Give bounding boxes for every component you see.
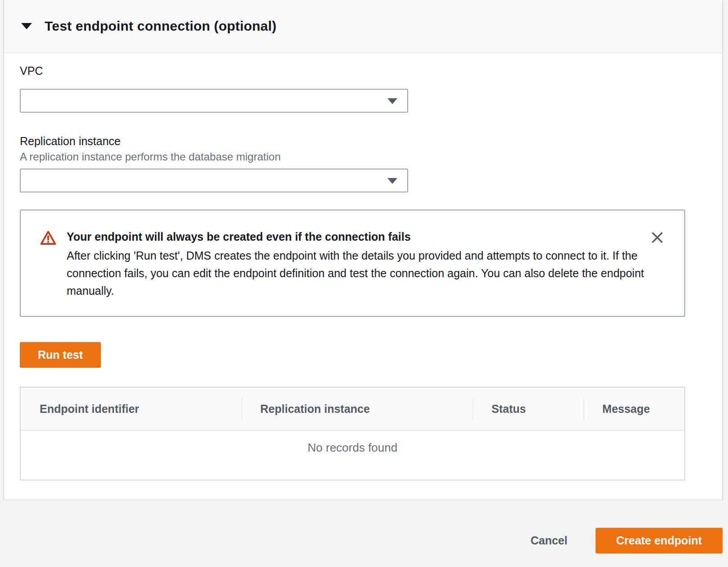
cancel-button[interactable]: Cancel xyxy=(531,534,568,547)
collapse-triangle-icon xyxy=(21,23,32,29)
replication-instance-select[interactable] xyxy=(20,169,408,192)
run-test-button[interactable]: Run test xyxy=(20,342,101,368)
warning-alert: Your endpoint will always be created eve… xyxy=(20,210,685,317)
warning-alert-content: Your endpoint will always be created eve… xyxy=(67,229,655,300)
column-header-replication-instance: Replication instance xyxy=(241,402,473,416)
table-empty-state: No records found xyxy=(21,431,684,480)
chevron-down-icon xyxy=(387,178,397,184)
replication-instance-description: A replication instance performs the data… xyxy=(20,150,684,163)
vpc-label: VPC xyxy=(20,64,684,78)
form-actions-footer: Cancel Create endpoint xyxy=(0,500,728,567)
replication-instance-label: Replication instance xyxy=(20,134,684,148)
chevron-down-icon xyxy=(387,98,397,104)
test-endpoint-connection-section: Test endpoint connection (optional) VPC … xyxy=(4,0,723,500)
column-header-status: Status xyxy=(473,402,583,416)
section-body: VPC Replication instance A replication i… xyxy=(4,53,722,500)
vpc-select[interactable] xyxy=(20,89,408,113)
warning-triangle-icon xyxy=(40,230,57,300)
column-header-message: Message xyxy=(583,402,684,416)
warning-title: Your endpoint will always be created eve… xyxy=(67,229,655,244)
warning-body: After clicking 'Run test', DMS creates t… xyxy=(67,247,655,300)
test-results-table: Endpoint identifier Replication instance… xyxy=(20,387,685,480)
section-title: Test endpoint connection (optional) xyxy=(45,18,277,34)
close-icon[interactable] xyxy=(650,230,664,245)
column-header-endpoint-identifier: Endpoint identifier xyxy=(21,402,241,416)
create-endpoint-button[interactable]: Create endpoint xyxy=(596,528,723,553)
table-header-row: Endpoint identifier Replication instance… xyxy=(21,388,684,431)
section-expander-header[interactable]: Test endpoint connection (optional) xyxy=(4,0,722,53)
